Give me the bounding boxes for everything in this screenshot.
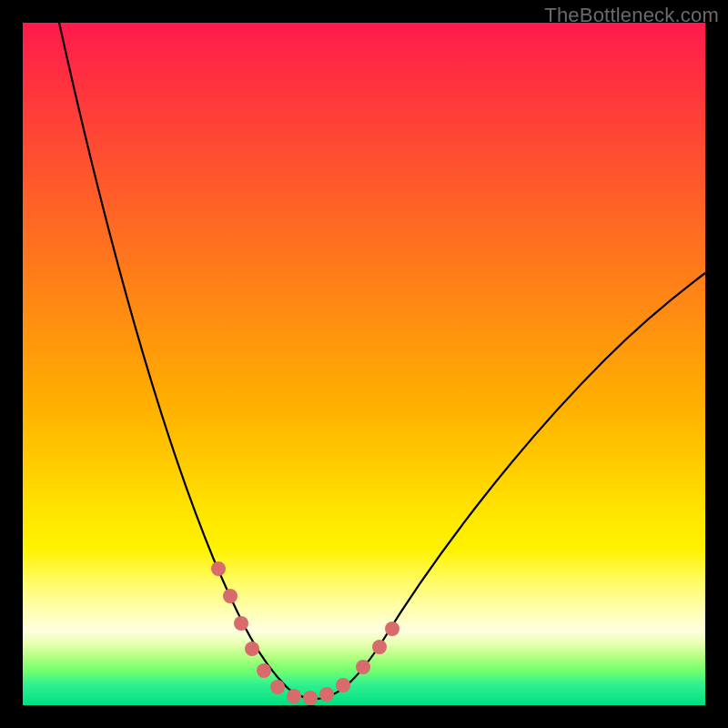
chart-area xyxy=(23,23,705,705)
svg-point-3 xyxy=(245,642,259,656)
svg-point-2 xyxy=(234,616,248,631)
attribution-label: TheBottleneck.com xyxy=(544,4,719,27)
svg-point-9 xyxy=(336,678,350,693)
svg-point-10 xyxy=(356,660,370,674)
curve-path xyxy=(59,23,705,699)
svg-point-7 xyxy=(303,691,318,705)
svg-point-4 xyxy=(257,663,271,678)
bottleneck-curve xyxy=(23,23,705,705)
svg-point-11 xyxy=(372,640,387,654)
svg-point-5 xyxy=(270,680,285,694)
svg-point-0 xyxy=(211,561,226,576)
svg-point-12 xyxy=(385,622,399,636)
svg-point-1 xyxy=(223,589,238,603)
svg-point-6 xyxy=(287,689,301,703)
svg-point-8 xyxy=(319,687,334,702)
highlight-dots xyxy=(211,561,399,705)
